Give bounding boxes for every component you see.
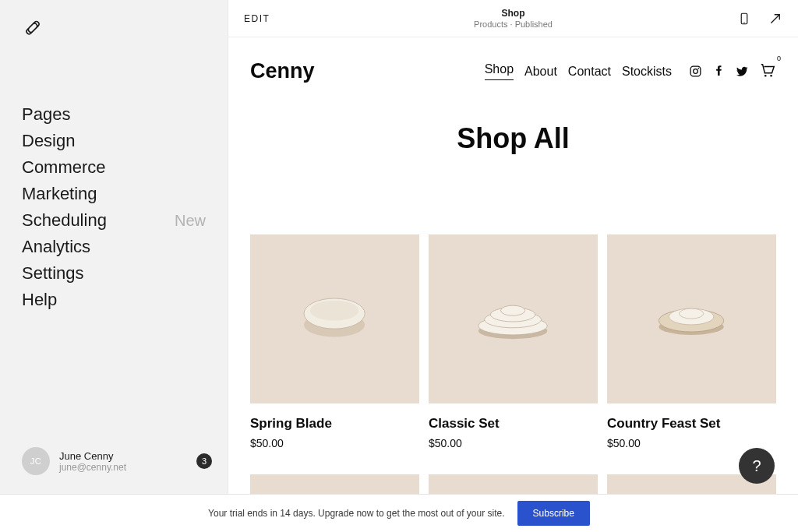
trial-message: Your trial ends in 14 days. Upgrade now … <box>208 508 504 519</box>
product-price: $50.00 <box>429 437 598 449</box>
product-image <box>250 234 419 403</box>
nav-link-contact[interactable]: Contact <box>568 65 611 79</box>
user-meta[interactable]: June Cenny june@cenny.net <box>59 450 187 473</box>
help-fab-button[interactable]: ? <box>739 448 775 484</box>
sidebar-item-label: Settings <box>22 263 84 284</box>
nav-link-shop[interactable]: Shop <box>485 62 514 80</box>
sidebar-item-help[interactable]: Help <box>22 287 228 313</box>
product-card[interactable]: Country Feast Set $50.00 <box>607 234 776 449</box>
edit-button[interactable]: EDIT <box>244 13 270 24</box>
external-link-icon[interactable] <box>768 12 782 26</box>
facebook-icon[interactable] <box>712 65 726 78</box>
product-name: Spring Blade <box>250 416 419 432</box>
instagram-icon[interactable] <box>689 65 702 78</box>
notification-badge[interactable]: 3 <box>196 453 212 469</box>
preview-topbar: EDIT Shop Products · Published <box>228 0 798 37</box>
sidebar-item-marketing[interactable]: Marketing <box>22 181 228 207</box>
trial-banner: Your trial ends in 14 days. Upgrade now … <box>0 494 798 532</box>
sidebar-nav: Pages Design Commerce Marketing Scheduli… <box>0 44 228 313</box>
page-title: Shop All <box>228 122 798 155</box>
product-image <box>429 474 598 494</box>
squarespace-logo-icon[interactable] <box>22 19 44 41</box>
svg-point-6 <box>770 75 772 77</box>
cart-button[interactable]: 0 <box>759 62 776 82</box>
sidebar-item-label: Help <box>22 290 57 310</box>
sidebar-item-label: Scheduling <box>22 210 107 231</box>
site-header: Cenny Shop About Contact Stockists <box>228 37 798 96</box>
sidebar-item-label: Analytics <box>22 237 90 257</box>
subscribe-button[interactable]: Subscribe <box>517 501 590 526</box>
cart-icon <box>759 62 776 79</box>
cart-count: 0 <box>777 55 781 62</box>
sidebar-item-label: Design <box>22 131 75 151</box>
sidebar-item-settings[interactable]: Settings <box>22 260 228 287</box>
mobile-preview-icon[interactable] <box>737 12 751 26</box>
svg-point-9 <box>310 301 358 321</box>
svg-point-4 <box>698 68 700 69</box>
site-title[interactable]: Cenny <box>250 59 315 83</box>
topbar-breadcrumb[interactable]: Shop Products · Published <box>474 8 553 29</box>
preview-panel: EDIT Shop Products · Published Cenny <box>228 0 798 494</box>
product-grid-row2 <box>228 449 798 494</box>
product-price: $50.00 <box>607 437 776 449</box>
site-nav: Shop About Contact Stockists <box>485 62 776 82</box>
user-name: June Cenny <box>59 450 187 462</box>
svg-point-18 <box>680 308 704 319</box>
sidebar-item-design[interactable]: Design <box>22 128 228 154</box>
topbar-subtitle: Products · Published <box>474 19 553 29</box>
topbar-title: Shop <box>474 8 553 19</box>
product-image <box>429 234 598 403</box>
product-card[interactable]: Spring Blade $50.00 <box>250 234 419 449</box>
product-grid: Spring Blade $50.00 Classic Set $50.00 <box>228 163 798 449</box>
sidebar-footer: JC June Cenny june@cenny.net 3 <box>0 447 228 494</box>
svg-point-5 <box>764 75 767 77</box>
product-image <box>250 474 419 494</box>
sidebar-item-pages[interactable]: Pages <box>22 101 228 128</box>
sidebar-item-label: Pages <box>22 104 70 125</box>
user-email: june@cenny.net <box>59 462 187 473</box>
product-card[interactable]: Classic Set $50.00 <box>429 234 598 449</box>
twitter-icon[interactable] <box>736 65 749 78</box>
sidebar-item-commerce[interactable]: Commerce <box>22 154 228 181</box>
avatar[interactable]: JC <box>22 447 50 475</box>
product-image <box>607 234 776 403</box>
sidebar-item-scheduling[interactable]: Scheduling New <box>22 207 228 234</box>
svg-point-14 <box>501 306 525 316</box>
admin-sidebar: Pages Design Commerce Marketing Scheduli… <box>0 0 228 494</box>
svg-point-3 <box>694 69 698 74</box>
nav-link-about[interactable]: About <box>524 65 557 79</box>
sidebar-item-label: Marketing <box>22 184 97 204</box>
sidebar-item-label: Commerce <box>22 157 106 178</box>
product-name: Classic Set <box>429 416 598 432</box>
product-name: Country Feast Set <box>607 416 776 432</box>
sidebar-item-analytics[interactable]: Analytics <box>22 234 228 260</box>
new-badge: New <box>175 212 206 230</box>
product-card[interactable] <box>250 474 419 494</box>
site-preview-frame[interactable]: Cenny Shop About Contact Stockists <box>228 37 798 494</box>
nav-link-stockists[interactable]: Stockists <box>622 65 672 79</box>
product-price: $50.00 <box>250 437 419 449</box>
product-card[interactable] <box>429 474 598 494</box>
